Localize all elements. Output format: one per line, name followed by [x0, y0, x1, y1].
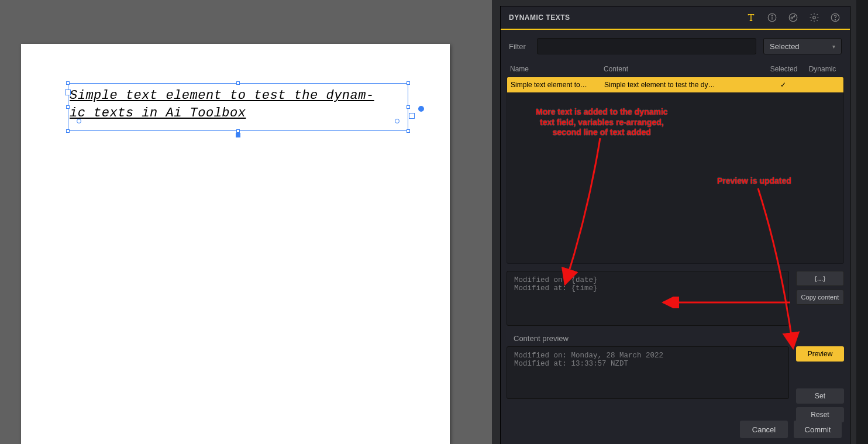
- filter-dropdown[interactable]: Selected▾: [763, 38, 842, 54]
- table-body[interactable]: Simple text element to… Simple text elem…: [507, 77, 844, 264]
- chevron-down-icon: ▾: [832, 43, 835, 50]
- filter-input[interactable]: [537, 38, 756, 54]
- svg-point-7: [835, 19, 835, 20]
- canvas-area: Simple text element to test the dynam- i…: [0, 0, 492, 444]
- svg-point-2: [771, 15, 772, 16]
- info-icon[interactable]: [766, 11, 779, 24]
- resize-handle[interactable]: [407, 105, 410, 109]
- cancel-button[interactable]: Cancel: [740, 421, 788, 438]
- thread-indicator: [418, 106, 424, 112]
- set-button[interactable]: Set: [796, 388, 844, 404]
- insert-variable-button[interactable]: {…}: [796, 271, 844, 286]
- registration-point: [395, 119, 399, 123]
- resize-handle[interactable]: [66, 129, 70, 133]
- check-icon: ✓: [763, 81, 804, 89]
- resize-handle[interactable]: [66, 81, 70, 85]
- resize-handle[interactable]: [407, 81, 410, 85]
- resize-handle[interactable]: [236, 81, 240, 85]
- text-content: Simple text element to test the dynam- i…: [68, 84, 408, 122]
- artboard: Simple text element to test the dynam- i…: [21, 44, 450, 444]
- panel-dock-strip: [856, 0, 868, 444]
- svg-point-5: [813, 16, 816, 19]
- commit-button[interactable]: Commit: [794, 421, 842, 438]
- panel-title: DYNAMIC TEXTS: [509, 13, 745, 22]
- table-header: Name Content Selected Dynamic: [507, 60, 844, 77]
- preview-button[interactable]: Preview: [796, 346, 844, 362]
- help-icon[interactable]: [829, 11, 842, 24]
- selected-text-frame[interactable]: Simple text element to test the dynam- i…: [68, 83, 408, 131]
- center-point[interactable]: [236, 133, 240, 137]
- thread-in-port[interactable]: [65, 90, 71, 95]
- content-preview-label: Content preview: [501, 326, 850, 346]
- settings-icon[interactable]: [808, 11, 821, 24]
- text-tab-icon[interactable]: [745, 11, 757, 24]
- table-row[interactable]: Simple text element to… Simple text elem…: [507, 77, 843, 92]
- dynamic-texts-panel: DYNAMIC TEXTS Filter: [492, 0, 868, 444]
- template-editor[interactable]: Modified on: {date} Modified at: {time}: [507, 271, 789, 326]
- resize-handle[interactable]: [407, 129, 410, 133]
- content-preview: Modified on: Monday, 28 March 2022 Modif…: [507, 346, 789, 399]
- copy-content-button[interactable]: Copy content: [796, 290, 844, 305]
- registration-point: [77, 119, 81, 123]
- filter-label: Filter: [509, 42, 530, 51]
- key-icon[interactable]: [787, 11, 800, 24]
- panel-header: DYNAMIC TEXTS: [501, 6, 850, 30]
- resize-handle[interactable]: [66, 105, 70, 109]
- thread-out-port[interactable]: [409, 113, 415, 119]
